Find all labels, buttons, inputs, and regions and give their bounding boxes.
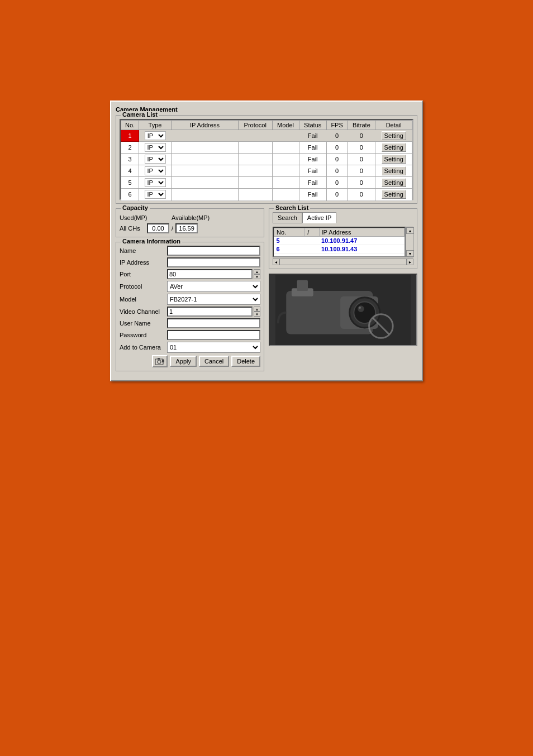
search-table-wrapper: No. / IP Address 510.100.91.47610.100.91… <box>273 227 413 257</box>
type-select[interactable]: IP <box>145 155 166 164</box>
protocol-select[interactable]: AVer ONVIF RTSP <box>167 281 260 292</box>
password-label: Password <box>120 332 167 338</box>
svg-point-9 <box>358 305 364 312</box>
active-ip-button[interactable]: Active IP <box>302 212 336 223</box>
video-channel-input[interactable] <box>167 307 253 317</box>
port-row: Port ▲ ▼ <box>120 269 260 279</box>
apply-button[interactable]: Apply <box>170 356 197 367</box>
type-select[interactable]: IP <box>145 178 166 187</box>
password-input[interactable] <box>167 330 260 340</box>
row-bitrate: 0 <box>348 189 375 200</box>
search-row[interactable]: 510.100.91.47 <box>274 237 404 245</box>
camera-list-group: Camera List No. Type IP Address Protocol… <box>116 115 417 204</box>
row-model <box>272 142 299 154</box>
model-select[interactable]: FB2027-1 FB2028-1 <box>167 294 260 305</box>
name-input[interactable] <box>167 246 260 256</box>
username-input[interactable] <box>167 318 260 328</box>
col-fps: FPS <box>326 121 347 130</box>
delete-button[interactable]: Delete <box>231 356 260 367</box>
row-bitrate: 0 <box>348 177 375 189</box>
row-detail: Setting <box>375 189 412 200</box>
col-ip: IP Address <box>171 121 238 130</box>
row-type: IP <box>139 177 172 189</box>
svg-rect-3 <box>162 360 164 362</box>
available-label: Available(MP) <box>172 214 210 221</box>
table-row[interactable]: 4IPFail00Setting <box>121 165 412 177</box>
setting-button[interactable]: Setting <box>382 178 406 187</box>
setting-button[interactable]: Setting <box>382 143 406 152</box>
row-status: Fail <box>299 177 326 189</box>
row-type: IP <box>139 142 172 154</box>
row-bitrate: 0 <box>348 165 375 177</box>
window-title: Camera Management <box>116 106 417 113</box>
row-no: 5 <box>121 177 139 189</box>
add-camera-select[interactable]: 01020304 05060708 <box>167 342 260 353</box>
row-detail: Setting <box>375 165 412 177</box>
username-label: User Name <box>120 320 167 327</box>
row-model <box>272 200 299 202</box>
row-ip <box>171 200 238 202</box>
row-bitrate: 0 <box>348 130 375 142</box>
col-bitrate: Bitrate <box>348 121 375 130</box>
type-select[interactable]: IP <box>145 166 166 175</box>
cancel-button[interactable]: Cancel <box>199 356 229 367</box>
table-row[interactable]: 5IPFail00Setting <box>121 177 412 189</box>
available-input[interactable] <box>175 223 198 233</box>
search-scrollbar: ▲ ▼ <box>406 227 413 257</box>
camera-table-scroll[interactable]: No. Type IP Address Protocol Model Statu… <box>121 120 412 201</box>
camera-icon-btn[interactable] <box>152 355 168 367</box>
type-select[interactable]: IP <box>145 190 166 199</box>
camera-list-title: Camera List <box>121 111 159 118</box>
setting-button[interactable]: Setting <box>382 166 406 175</box>
camera-preview-svg <box>270 275 416 345</box>
used-label: Used(MP) <box>120 214 167 221</box>
search-table-scroll[interactable]: No. / IP Address 510.100.91.47610.100.91… <box>273 227 406 257</box>
table-row[interactable]: 3IPFail00Setting <box>121 154 412 165</box>
setting-button[interactable]: Setting <box>382 155 406 164</box>
row-detail: Setting <box>375 130 412 142</box>
ip-input[interactable] <box>167 257 260 267</box>
model-row: Model FB2027-1 FB2028-1 <box>120 294 260 305</box>
table-row[interactable]: 1IPFail00Setting <box>121 130 412 142</box>
row-no: 7 <box>121 200 139 202</box>
capacity-separator: / <box>172 225 173 232</box>
scroll-up-btn[interactable]: ▲ <box>406 227 414 234</box>
setting-button[interactable]: Setting <box>382 190 406 199</box>
row-model <box>272 154 299 165</box>
video-channel-down-btn[interactable]: ▼ <box>254 312 260 317</box>
row-protocol <box>238 189 272 200</box>
search-button[interactable]: Search <box>273 212 302 223</box>
scroll-down-btn[interactable]: ▼ <box>406 250 414 257</box>
capacity-row: All CHs / <box>120 223 260 233</box>
search-table: No. / IP Address 510.100.91.47610.100.91… <box>274 228 404 253</box>
row-model <box>272 130 299 142</box>
setting-button[interactable]: Setting <box>382 131 406 140</box>
port-up-btn[interactable]: ▲ <box>254 269 260 274</box>
scroll-right-btn[interactable]: ► <box>407 259 413 265</box>
camera-table-container: No. Type IP Address Protocol Model Statu… <box>120 119 413 200</box>
used-input[interactable] <box>147 223 169 233</box>
table-row[interactable]: 6IPFail00Setting <box>121 189 412 200</box>
row-ip <box>171 130 238 142</box>
video-channel-up-btn[interactable]: ▲ <box>254 307 260 312</box>
col-no: No. <box>121 121 139 130</box>
search-cell-no: 6 <box>274 245 305 253</box>
row-detail: Setting <box>375 200 412 202</box>
type-select[interactable]: IP <box>145 143 166 152</box>
table-row[interactable]: 2IPFail00Setting <box>121 142 412 154</box>
port-input[interactable] <box>167 269 253 279</box>
row-fps: 0 <box>326 130 347 142</box>
table-row[interactable]: 7IPFail00Setting <box>121 200 412 202</box>
video-channel-spinner: ▲ ▼ <box>254 307 260 317</box>
password-row: Password <box>120 330 260 340</box>
port-down-btn[interactable]: ▼ <box>254 274 260 279</box>
row-no: 6 <box>121 189 139 200</box>
scroll-left-btn[interactable]: ◄ <box>273 259 279 265</box>
search-row[interactable]: 610.100.91.43 <box>274 245 404 253</box>
svg-point-8 <box>354 302 375 323</box>
search-list-title: Search List <box>274 204 310 211</box>
row-bitrate: 0 <box>348 142 375 154</box>
type-select[interactable]: IP <box>145 131 166 140</box>
row-ip <box>171 189 238 200</box>
camera-preview <box>269 274 417 346</box>
